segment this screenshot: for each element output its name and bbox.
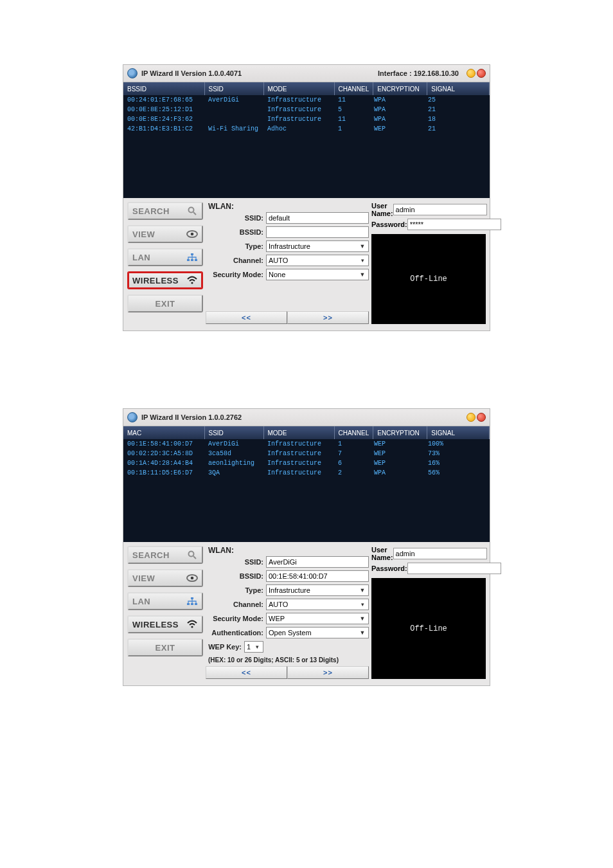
chevron-down-icon: ▼ xyxy=(359,243,366,249)
password-input[interactable] xyxy=(407,563,501,574)
select-value: None xyxy=(269,271,285,278)
wlan-form: WLAN: SSID: BSSID: Type: Infrastructure▼… xyxy=(206,202,369,324)
cell: Wi-Fi Sharing xyxy=(204,124,263,134)
titlebar: IP Wizard II Version 1.0.0.4071 Interfac… xyxy=(123,65,490,82)
nav-column: SEARCH VIEW LAN xyxy=(127,202,203,324)
col-mac[interactable]: MAC xyxy=(123,426,204,439)
security-mode-select[interactable]: None▼ xyxy=(266,269,369,280)
cell: 00:1E:58:41:00:D7 xyxy=(123,439,204,449)
prev-button[interactable]: << xyxy=(206,311,287,324)
lan-button[interactable]: LAN xyxy=(127,592,203,610)
ssid-input[interactable] xyxy=(266,556,369,568)
app-title: IP Wizard II Version 1.0.0.2762 xyxy=(141,413,242,421)
table-row[interactable]: 00:1A:4D:28:A4:B4 aeonlighting Infrastru… xyxy=(123,458,490,468)
cell: WEP xyxy=(370,124,424,134)
col-ssid[interactable]: SSID xyxy=(204,426,263,439)
wepkey-select[interactable]: 1▾ xyxy=(244,641,263,653)
col-channel[interactable]: CHANNEL xyxy=(334,82,373,95)
bssid-label: BSSID: xyxy=(206,572,266,580)
wlan-heading: WLAN: xyxy=(208,202,369,211)
exit-button[interactable]: EXIT xyxy=(127,638,203,656)
search-button[interactable]: SEARCH xyxy=(127,546,203,564)
nav-label: VIEW xyxy=(132,230,155,239)
security-mode-select[interactable]: WEP▼ xyxy=(266,613,369,624)
password-label: Password: xyxy=(371,565,407,572)
table-row[interactable]: 00:0E:8E:24:F3:62 Infrastructure 11 WPA … xyxy=(123,114,490,124)
wifi-icon xyxy=(186,620,198,629)
table-row[interactable]: 00:24:01:E7:68:65 AverDiGi Infrastructur… xyxy=(123,95,490,105)
col-signal[interactable]: SIGNAL xyxy=(427,82,490,95)
col-signal[interactable]: SIGNAL xyxy=(427,426,490,439)
username-input[interactable] xyxy=(393,548,487,559)
nav-label: VIEW xyxy=(132,574,155,583)
prev-button[interactable]: << xyxy=(206,666,287,679)
cell: 42:B1:D4:E3:B1:C2 xyxy=(123,124,204,134)
channel-select[interactable]: AUTO▾ xyxy=(266,599,369,610)
minimize-button[interactable] xyxy=(466,413,475,422)
bottom-panel: SEARCH VIEW LAN xyxy=(123,542,490,685)
cell xyxy=(204,105,263,114)
close-button[interactable] xyxy=(477,69,486,78)
svg-point-12 xyxy=(191,577,194,580)
table-row[interactable]: 00:1B:11:D5:E6:D7 3QA Infrastructure 2 W… xyxy=(123,468,490,478)
ssid-input[interactable] xyxy=(266,212,369,224)
col-ssid[interactable]: SSID xyxy=(204,82,263,95)
username-input[interactable] xyxy=(393,204,487,215)
cell: WPA xyxy=(370,105,424,114)
cell: 6 xyxy=(334,458,370,468)
close-button[interactable] xyxy=(477,413,486,422)
chevron-down-icon: ▾ xyxy=(359,601,366,608)
col-mode[interactable]: MODE xyxy=(263,426,334,439)
cell: Infrastructure xyxy=(263,114,334,124)
cell: Infrastructure xyxy=(263,449,334,458)
table-row[interactable]: 00:02:2D:3C:A5:8D 3ca58d Infrastructure … xyxy=(123,449,490,458)
svg-point-0 xyxy=(189,208,194,213)
table-row[interactable]: 42:B1:D4:E3:B1:C2 Wi-Fi Sharing Adhoc 1 … xyxy=(123,124,490,134)
status-box: Off-Line xyxy=(371,578,486,679)
col-channel[interactable]: CHANNEL xyxy=(334,426,373,439)
bssid-input[interactable] xyxy=(266,570,369,582)
cell: AverDiGi xyxy=(204,439,263,449)
next-button[interactable]: >> xyxy=(287,311,369,324)
wireless-button[interactable]: WIRELESS xyxy=(127,271,203,289)
nav-label: LAN xyxy=(132,253,150,262)
app-title: IP Wizard II Version 1.0.0.4071 xyxy=(141,69,242,77)
lan-button[interactable]: LAN xyxy=(127,248,203,266)
col-encryption[interactable]: ENCRYPTION xyxy=(373,426,427,439)
minimize-button[interactable] xyxy=(466,69,475,78)
bottom-panel: SEARCH VIEW LAN xyxy=(123,198,490,330)
view-button[interactable]: VIEW xyxy=(127,569,203,587)
wireless-button[interactable]: WIRELESS xyxy=(127,615,203,633)
titlebar: IP Wizard II Version 1.0.0.2762 xyxy=(123,409,490,426)
network-table-body[interactable]: 00:24:01:E7:68:65 AverDiGi Infrastructur… xyxy=(123,95,490,198)
cell: 7 xyxy=(334,449,370,458)
svg-point-3 xyxy=(191,233,194,236)
network-table-body[interactable]: 00:1E:58:41:00:D7 AverDiGi Infrastructur… xyxy=(123,439,490,542)
col-mode[interactable]: MODE xyxy=(263,82,334,95)
view-button[interactable]: VIEW xyxy=(127,225,203,243)
search-button[interactable]: SEARCH xyxy=(127,202,203,220)
chevron-down-icon: ▼ xyxy=(359,615,366,622)
cell: WEP xyxy=(370,439,424,449)
table-row[interactable]: 00:0E:8E:25:12:D1 Infrastructure 5 WPA 2… xyxy=(123,105,490,114)
next-button[interactable]: >> xyxy=(287,666,369,679)
bssid-input[interactable] xyxy=(266,226,369,238)
select-value: WEP xyxy=(269,615,285,622)
table-row[interactable]: 00:1E:58:41:00:D7 AverDiGi Infrastructur… xyxy=(123,439,490,449)
type-select[interactable]: Infrastructure▼ xyxy=(266,584,369,596)
col-encryption[interactable]: ENCRYPTION xyxy=(373,82,427,95)
cell: 3QA xyxy=(204,468,263,478)
ssid-label: SSID: xyxy=(206,214,266,222)
app-icon xyxy=(127,412,138,422)
authentication-select[interactable]: Open System▼ xyxy=(266,627,369,638)
cell: Adhoc xyxy=(263,124,334,134)
col-bssid[interactable]: BSSID xyxy=(123,82,204,95)
cell: Infrastructure xyxy=(263,468,334,478)
cell: 00:02:2D:3C:A5:8D xyxy=(123,449,204,458)
channel-select[interactable]: AUTO▾ xyxy=(266,255,369,266)
cell: WEP xyxy=(370,449,424,458)
password-input[interactable] xyxy=(407,219,501,230)
svg-point-8 xyxy=(191,282,193,284)
exit-button[interactable]: EXIT xyxy=(127,294,203,312)
type-select[interactable]: Infrastructure▼ xyxy=(266,240,369,252)
